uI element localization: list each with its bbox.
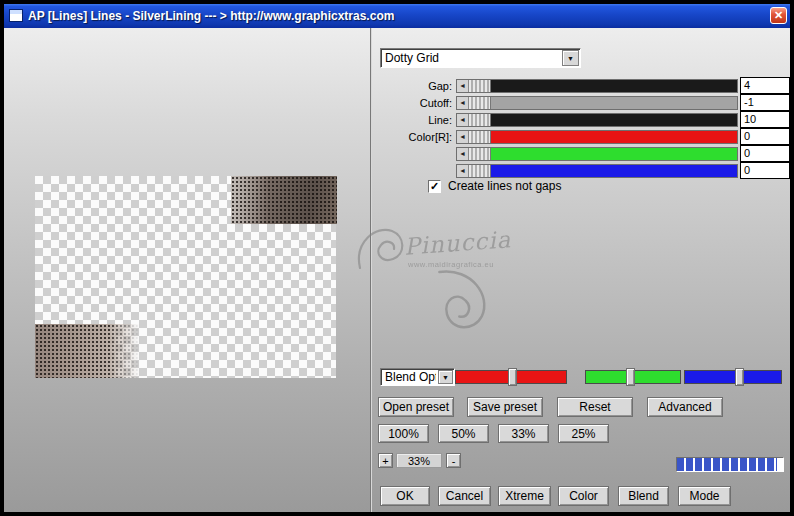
slider-fill xyxy=(491,148,737,160)
zoom-33-button[interactable]: 33% xyxy=(498,424,549,443)
app-icon xyxy=(9,9,23,22)
color-r-slider[interactable]: ◄ xyxy=(456,130,738,144)
color-button[interactable]: Color xyxy=(558,486,609,506)
zoom-level-display: 33% xyxy=(396,453,442,468)
title-bar[interactable]: AP [Lines] Lines - SilverLining --- > ht… xyxy=(4,4,790,28)
zoom-in-button[interactable]: + xyxy=(378,453,393,468)
slider-thumb[interactable] xyxy=(469,131,491,143)
zoom-50-button[interactable]: 50% xyxy=(438,424,489,443)
create-lines-checkbox[interactable]: ✓ xyxy=(428,180,441,193)
slider-left-arrow-icon[interactable]: ◄ xyxy=(457,131,469,143)
blend-button[interactable]: Blend xyxy=(618,486,669,506)
line-label: Line: xyxy=(334,114,452,126)
open-preset-button[interactable]: Open preset xyxy=(378,397,454,417)
cutoff-slider[interactable]: ◄ xyxy=(456,96,738,110)
slider-fill xyxy=(491,165,737,177)
window-title: AP [Lines] Lines - SilverLining --- > ht… xyxy=(28,4,394,28)
plugin-dialog-window: AP [Lines] Lines - SilverLining --- > ht… xyxy=(0,0,794,516)
gap-value-field[interactable]: 4 xyxy=(740,77,790,94)
slider-thumb[interactable] xyxy=(469,114,491,126)
slider-thumb[interactable] xyxy=(469,148,491,160)
color-r-label: Color[R]: xyxy=(334,131,452,143)
preset-dropdown[interactable]: Dotty Grid ▼ xyxy=(380,48,581,68)
slider-thumb[interactable] xyxy=(626,368,635,386)
create-lines-checkbox-label: Create lines not gaps xyxy=(448,179,561,193)
slider-left-arrow-icon[interactable]: ◄ xyxy=(457,97,469,109)
color-b-slider[interactable]: ◄ xyxy=(456,164,738,178)
slider-left-arrow-icon[interactable]: ◄ xyxy=(457,114,469,126)
blend-options-dropdown-value: Blend Opti xyxy=(385,369,436,385)
dot-pattern xyxy=(35,324,140,378)
cancel-button[interactable]: Cancel xyxy=(438,486,491,506)
cutoff-label: Cutoff: xyxy=(334,97,452,109)
zoom-out-button[interactable]: - xyxy=(446,453,461,468)
green-blend-slider[interactable] xyxy=(585,370,681,384)
ok-button[interactable]: OK xyxy=(380,486,430,506)
slider-fill xyxy=(491,80,737,92)
gap-label: Gap: xyxy=(334,80,452,92)
preview-texture-top-right xyxy=(231,176,337,224)
slider-thumb[interactable] xyxy=(469,80,491,92)
save-preset-button[interactable]: Save preset xyxy=(467,397,543,417)
slider-fill xyxy=(491,131,737,143)
xtreme-button[interactable]: Xtreme xyxy=(498,486,551,506)
progress-fill xyxy=(677,458,777,471)
close-icon: ✕ xyxy=(774,9,783,22)
line-value-field[interactable]: 10 xyxy=(740,111,790,128)
color-b-value-field[interactable]: 0 xyxy=(740,162,790,179)
advanced-button[interactable]: Advanced xyxy=(647,397,723,417)
red-blend-slider[interactable] xyxy=(455,370,567,384)
mode-button[interactable]: Mode xyxy=(678,486,731,506)
slider-fill xyxy=(491,114,737,126)
check-icon: ✓ xyxy=(430,180,439,192)
color-g-value-field[interactable]: 0 xyxy=(740,145,790,162)
color-r-value-field[interactable]: 0 xyxy=(740,128,790,145)
color-g-slider[interactable]: ◄ xyxy=(456,147,738,161)
zoom-100-button[interactable]: 100% xyxy=(378,424,429,443)
preview-canvas xyxy=(35,176,336,378)
cutoff-value-field[interactable]: -1 xyxy=(740,94,790,111)
chevron-down-icon[interactable]: ▼ xyxy=(562,50,579,66)
slider-thumb[interactable] xyxy=(469,165,491,177)
gap-slider[interactable]: ◄ xyxy=(456,79,738,93)
blue-blend-slider[interactable] xyxy=(684,370,782,384)
blend-options-dropdown[interactable]: Blend Opti ▼ xyxy=(380,368,455,386)
line-slider[interactable]: ◄ xyxy=(456,113,738,127)
slider-thumb[interactable] xyxy=(469,97,491,109)
dot-pattern xyxy=(231,176,337,224)
reset-button[interactable]: Reset xyxy=(557,397,633,417)
close-button[interactable]: ✕ xyxy=(770,7,787,24)
slider-left-arrow-icon[interactable]: ◄ xyxy=(457,165,469,177)
slider-left-arrow-icon[interactable]: ◄ xyxy=(457,80,469,92)
slider-fill xyxy=(491,97,737,109)
slider-thumb[interactable] xyxy=(508,368,517,386)
preview-texture-bottom-left xyxy=(35,324,140,378)
slider-thumb[interactable] xyxy=(735,368,744,386)
zoom-25-button[interactable]: 25% xyxy=(558,424,609,443)
slider-left-arrow-icon[interactable]: ◄ xyxy=(457,148,469,160)
progress-bar xyxy=(676,457,784,472)
chevron-down-icon[interactable]: ▼ xyxy=(438,370,453,384)
preset-dropdown-value: Dotty Grid xyxy=(385,49,560,67)
